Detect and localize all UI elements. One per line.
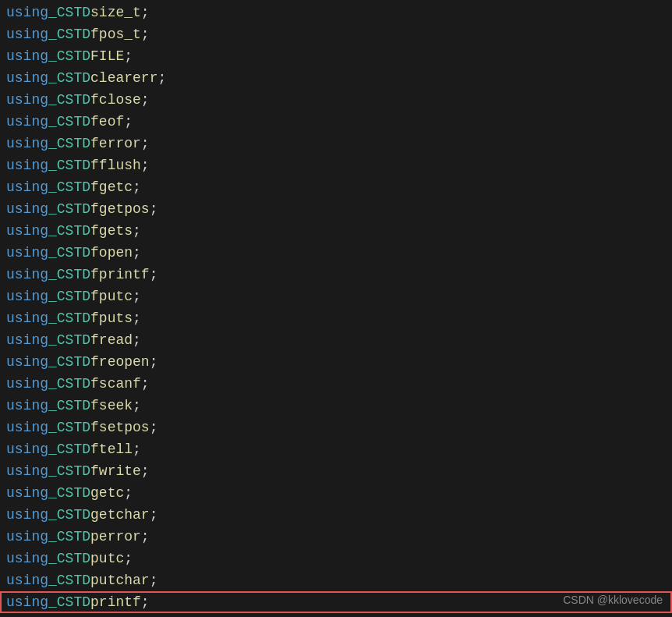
- function-name: fopen: [90, 242, 133, 264]
- semicolon: ;: [133, 176, 141, 198]
- semicolon: ;: [150, 351, 158, 373]
- semicolon: ;: [141, 154, 150, 176]
- code-line: using _CSTD getc;: [0, 482, 672, 504]
- function-name: freopen: [90, 351, 150, 373]
- code-line: using _CSTD fflush;: [0, 154, 672, 176]
- keyword-using: using: [6, 591, 48, 613]
- semicolon: ;: [150, 417, 158, 438]
- function-name: fprintf: [90, 264, 150, 285]
- function-name: fputs: [90, 307, 133, 329]
- code-line: using _CSTD fopen;: [0, 242, 672, 264]
- function-name: fwrite: [90, 460, 141, 482]
- namespace-cstd: _CSTD: [48, 395, 90, 417]
- semicolon: ;: [150, 198, 158, 220]
- semicolon: ;: [133, 329, 141, 351]
- code-line: using _CSTD fprintf;: [0, 264, 672, 285]
- code-line: using _CSTD clearerr;: [0, 67, 672, 89]
- function-name: fputc: [90, 285, 133, 307]
- code-line: using _CSTD fgetpos;: [0, 198, 672, 220]
- function-name: clearerr: [90, 67, 157, 89]
- function-name: fclose: [90, 89, 141, 111]
- keyword-using: using: [6, 351, 48, 373]
- code-line: using _CSTD freopen;: [0, 351, 672, 373]
- namespace-cstd: _CSTD: [48, 133, 90, 154]
- code-line: using _CSTD feof;: [0, 111, 672, 133]
- code-line: using _CSTD getchar;: [0, 504, 672, 526]
- function-name: ftell: [90, 438, 133, 460]
- keyword-using: using: [6, 504, 48, 526]
- keyword-using: using: [6, 67, 48, 89]
- code-line: using _CSTD putc;: [0, 548, 672, 569]
- semicolon: ;: [150, 264, 158, 285]
- semicolon: ;: [141, 460, 150, 482]
- namespace-cstd: _CSTD: [48, 307, 90, 329]
- function-name: putchar: [90, 569, 150, 591]
- keyword-using: using: [6, 220, 48, 242]
- namespace-cstd: _CSTD: [48, 198, 90, 220]
- keyword-using: using: [6, 89, 48, 111]
- code-editor: using _CSTD size_t;using _CSTD fpos_t;us…: [0, 0, 672, 617]
- namespace-cstd: _CSTD: [48, 373, 90, 395]
- keyword-using: using: [6, 242, 48, 264]
- keyword-using: using: [6, 548, 48, 569]
- keyword-using: using: [6, 569, 48, 591]
- semicolon: ;: [133, 242, 141, 264]
- semicolon: ;: [141, 89, 150, 111]
- semicolon: ;: [141, 526, 150, 548]
- function-name: FILE: [90, 45, 124, 67]
- semicolon: ;: [157, 67, 166, 89]
- namespace-cstd: _CSTD: [48, 285, 90, 307]
- semicolon: ;: [141, 591, 150, 613]
- namespace-cstd: _CSTD: [48, 569, 90, 591]
- keyword-using: using: [6, 395, 48, 417]
- namespace-cstd: _CSTD: [48, 45, 90, 67]
- code-line: using _CSTD ferror;: [0, 133, 672, 154]
- namespace-cstd: _CSTD: [48, 417, 90, 438]
- function-name: getchar: [90, 504, 150, 526]
- namespace-cstd: _CSTD: [48, 242, 90, 264]
- watermark: CSDN @kklovecode: [563, 589, 663, 611]
- semicolon: ;: [141, 373, 150, 395]
- function-name: fseek: [90, 395, 133, 417]
- function-name: getc: [90, 482, 124, 504]
- namespace-cstd: _CSTD: [48, 154, 90, 176]
- semicolon: ;: [124, 111, 133, 133]
- semicolon: ;: [141, 133, 150, 154]
- namespace-cstd: _CSTD: [48, 220, 90, 242]
- keyword-using: using: [6, 133, 48, 154]
- function-name: fread: [90, 329, 133, 351]
- function-name: perror: [90, 526, 141, 548]
- namespace-cstd: _CSTD: [48, 111, 90, 133]
- keyword-using: using: [6, 2, 48, 23]
- code-line: using _CSTD fgets;: [0, 220, 672, 242]
- keyword-using: using: [6, 198, 48, 220]
- keyword-using: using: [6, 307, 48, 329]
- semicolon: ;: [133, 285, 141, 307]
- keyword-using: using: [6, 45, 48, 67]
- keyword-using: using: [6, 526, 48, 548]
- function-name: printf: [90, 591, 141, 613]
- code-line: using _CSTD fgetc;: [0, 176, 672, 198]
- function-name: feof: [90, 111, 124, 133]
- keyword-using: using: [6, 373, 48, 395]
- namespace-cstd: _CSTD: [48, 264, 90, 285]
- semicolon: ;: [124, 482, 133, 504]
- function-name: ferror: [90, 133, 141, 154]
- keyword-using: using: [6, 111, 48, 133]
- namespace-cstd: _CSTD: [48, 176, 90, 198]
- keyword-using: using: [6, 329, 48, 351]
- keyword-using: using: [6, 264, 48, 285]
- keyword-using: using: [6, 176, 48, 198]
- code-line: using _CSTD FILE;: [0, 45, 672, 67]
- keyword-using: using: [6, 460, 48, 482]
- function-name: size_t: [90, 2, 141, 23]
- semicolon: ;: [141, 23, 150, 45]
- code-line: using _CSTD fsetpos;: [0, 417, 672, 438]
- keyword-using: using: [6, 482, 48, 504]
- namespace-cstd: _CSTD: [48, 548, 90, 569]
- semicolon: ;: [133, 307, 141, 329]
- function-name: putc: [90, 548, 124, 569]
- semicolon: ;: [133, 220, 141, 242]
- namespace-cstd: _CSTD: [48, 591, 90, 613]
- function-name: fgetc: [90, 176, 133, 198]
